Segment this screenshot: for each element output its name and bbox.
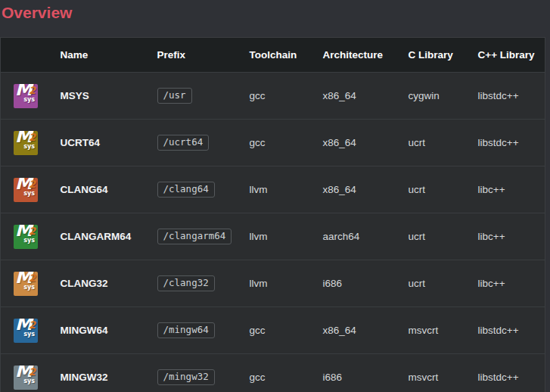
environment-c-library: msvcrt — [396, 354, 466, 392]
table-row-ucrt64: M2sysUCRT64/ucrt64gccx86_64ucrtlibstdc++ — [1, 120, 545, 166]
environment-icon-cell: M2sys — [1, 307, 48, 354]
logo-subtext: sys — [23, 234, 35, 247]
environment-cpp-library: libstdc++ — [466, 307, 545, 354]
icon-column-header — [1, 38, 48, 73]
column-header-name: Name — [48, 38, 145, 73]
environment-name: CLANG32 — [48, 260, 145, 307]
msys2-logo-icon: M2sys — [14, 319, 38, 343]
environment-name: MINGW32 — [48, 354, 145, 392]
environment-icon-cell: M2sys — [1, 166, 48, 213]
column-header-toolchain: Toolchain — [238, 38, 311, 73]
table-header-row: NamePrefixToolchainArchitectureC Library… — [1, 38, 545, 73]
logo-subtext: sys — [23, 281, 35, 294]
environment-cpp-library: libc++ — [466, 166, 545, 213]
environment-icon-cell: M2sys — [1, 213, 48, 260]
environments-table-grid: NamePrefixToolchainArchitectureC Library… — [0, 37, 545, 392]
environment-name: MINGW64 — [48, 307, 145, 354]
environment-icon-cell: M2sys — [1, 260, 48, 307]
environment-icon-cell: M2sys — [1, 354, 48, 392]
environment-cpp-library: libc++ — [466, 260, 545, 307]
logo-subtext: sys — [23, 187, 35, 201]
environment-name: UCRT64 — [48, 120, 145, 166]
logo-subtext: sys — [23, 375, 35, 388]
msys2-logo-icon: M2sys — [14, 272, 38, 296]
logo-subtext: sys — [23, 328, 35, 341]
environment-toolchain: gcc — [238, 73, 311, 120]
environment-toolchain: llvm — [238, 213, 311, 260]
environment-prefix-cell: /mingw32 — [145, 354, 238, 392]
environment-architecture: i686 — [311, 260, 396, 307]
msys2-logo-icon: M2sys — [14, 178, 38, 202]
environment-toolchain: llvm — [238, 260, 311, 307]
logo-subtext: sys — [23, 93, 35, 107]
page: Overview NamePrefixToolchainArchitecture… — [0, 3, 550, 392]
environment-toolchain: gcc — [238, 307, 311, 354]
environment-architecture: aarch64 — [311, 213, 396, 260]
msys2-logo-icon: M2sys — [14, 366, 38, 390]
prefix-code: /mingw32 — [157, 369, 215, 385]
column-header-architecture: Architecture — [311, 38, 396, 73]
prefix-code: /usr — [157, 88, 192, 104]
environment-prefix-cell: /mingw64 — [145, 307, 238, 354]
prefix-code: /ucrt64 — [157, 135, 210, 151]
column-header-prefix: Prefix — [145, 38, 238, 73]
table-row-mingw32: M2sysMINGW32/mingw32gcci686msvcrtlibstdc… — [1, 354, 545, 392]
environments-table: NamePrefixToolchainArchitectureC Library… — [0, 37, 545, 392]
environment-c-library: msvcrt — [396, 307, 466, 354]
environment-architecture: i686 — [311, 354, 396, 392]
environment-toolchain: gcc — [238, 354, 311, 392]
environment-architecture: x86_64 — [311, 307, 396, 354]
msys2-logo-icon: M2sys — [14, 225, 38, 249]
environment-prefix-cell: /ucrt64 — [145, 120, 238, 166]
environment-name: CLANG64 — [48, 166, 145, 213]
environment-toolchain: llvm — [238, 166, 311, 213]
environment-c-library: ucrt — [396, 213, 466, 260]
environment-name: MSYS — [48, 73, 145, 120]
environment-c-library: ucrt — [396, 120, 466, 166]
environment-cpp-library: libstdc++ — [466, 73, 545, 120]
environment-cpp-library: libstdc++ — [466, 354, 545, 392]
table-row-clang32: M2sysCLANG32/clang32llvmi686ucrtlibc++ — [1, 260, 545, 307]
table-row-mingw64: M2sysMINGW64/mingw64gccx86_64msvcrtlibst… — [1, 307, 545, 354]
prefix-code: /mingw64 — [157, 322, 215, 338]
prefix-code: /clangarm64 — [157, 229, 232, 244]
column-header-c-library: C++ Library — [466, 38, 545, 73]
page-title: Overview — [2, 3, 550, 23]
msys2-logo-icon: M2sys — [14, 84, 38, 108]
environment-architecture: x86_64 — [311, 73, 396, 120]
msys2-logo-icon: M2sys — [14, 131, 38, 155]
environment-icon-cell: M2sys — [1, 73, 48, 120]
prefix-code: /clang64 — [157, 182, 215, 198]
environment-cpp-library: libstdc++ — [466, 120, 545, 166]
environment-prefix-cell: /clangarm64 — [145, 213, 238, 260]
environment-c-library: cygwin — [396, 73, 466, 120]
table-row-msys: M2sysMSYS/usrgccx86_64cygwinlibstdc++ — [1, 73, 545, 120]
logo-subtext: sys — [23, 140, 35, 154]
column-header-c-library: C Library — [396, 38, 466, 73]
prefix-code: /clang32 — [157, 275, 215, 291]
environment-name: CLANGARM64 — [48, 213, 145, 260]
environment-prefix-cell: /usr — [145, 73, 238, 120]
environment-architecture: x86_64 — [311, 120, 396, 166]
environment-prefix-cell: /clang64 — [145, 166, 238, 213]
table-row-clangarm64: M2sysCLANGARM64/clangarm64llvmaarch64ucr… — [1, 213, 545, 260]
environment-c-library: ucrt — [396, 260, 466, 307]
table-row-clang64: M2sysCLANG64/clang64llvmx86_64ucrtlibc++ — [1, 166, 545, 213]
environment-icon-cell: M2sys — [1, 120, 48, 166]
environment-toolchain: gcc — [238, 120, 311, 166]
environment-c-library: ucrt — [396, 166, 466, 213]
environment-prefix-cell: /clang32 — [145, 260, 238, 307]
environment-cpp-library: libc++ — [466, 213, 545, 260]
environment-architecture: x86_64 — [311, 166, 396, 213]
